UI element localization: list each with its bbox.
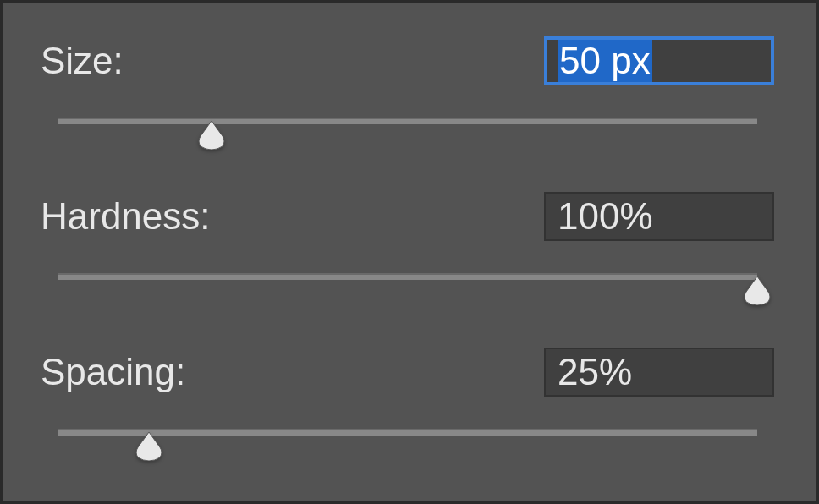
spacing-control-group: Spacing: 25% — [41, 348, 774, 463]
spacing-row: Spacing: 25% — [41, 348, 774, 397]
size-slider[interactable] — [41, 118, 774, 151]
hardness-slider-track — [58, 273, 757, 280]
size-label: Size: — [41, 40, 124, 82]
size-input[interactable]: 50 px — [544, 36, 774, 85]
spacing-input[interactable]: 25% — [544, 348, 774, 397]
size-slider-thumb[interactable] — [195, 121, 228, 150]
hardness-slider-thumb[interactable] — [741, 277, 773, 305]
hardness-slider[interactable] — [41, 273, 774, 307]
spacing-value: 25% — [558, 351, 632, 393]
hardness-input[interactable]: 100% — [544, 192, 774, 241]
size-control-group: Size: 50 px — [41, 36, 774, 151]
size-value-selected: 50 px — [558, 40, 652, 82]
brush-settings-panel: Size: 50 px Hardness: 100% — [3, 3, 816, 463]
hardness-control-group: Hardness: 100% — [41, 192, 774, 307]
spacing-label: Spacing: — [41, 351, 185, 393]
hardness-label: Hardness: — [41, 195, 211, 238]
hardness-row: Hardness: 100% — [41, 192, 774, 241]
size-slider-track — [58, 118, 757, 124]
hardness-value: 100% — [558, 195, 653, 238]
spacing-slider[interactable] — [41, 429, 774, 463]
spacing-slider-thumb[interactable] — [133, 432, 165, 461]
size-row: Size: 50 px — [41, 36, 774, 85]
